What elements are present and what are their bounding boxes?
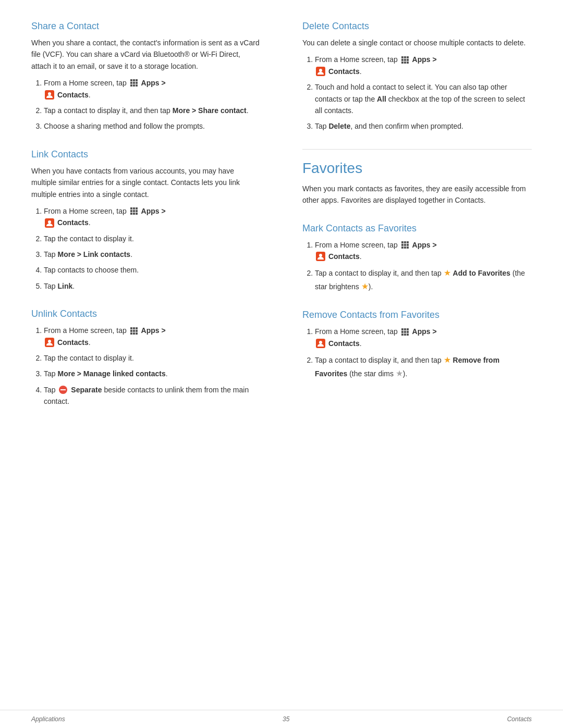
star-filled-icon-2: ★: [361, 282, 369, 291]
apps-icon: [401, 56, 409, 64]
apps-label: Apps >: [141, 207, 166, 215]
svg-rect-29: [133, 332, 135, 335]
delete-contacts-body: You can delete a single contact or choos…: [302, 37, 532, 48]
contacts-icon-5: [316, 252, 325, 261]
svg-rect-8: [136, 84, 138, 87]
svg-rect-26: [133, 330, 135, 332]
svg-rect-11: [130, 207, 132, 209]
svg-rect-25: [130, 330, 132, 332]
footer-left: Applications: [31, 715, 65, 723]
apps-icon: [130, 207, 138, 215]
svg-rect-16: [136, 210, 138, 212]
svg-point-32: [48, 340, 51, 343]
remove-from-favorites-label: Remove from Favorites: [315, 356, 499, 378]
list-item: Tap the contact to display it.: [44, 233, 261, 244]
unlink-contacts-title: Unlink Contacts: [31, 309, 261, 319]
svg-rect-48: [404, 244, 406, 246]
svg-rect-2: [136, 79, 138, 81]
svg-rect-24: [136, 327, 138, 329]
svg-rect-47: [401, 244, 403, 246]
section-favorites: Favorites When you mark contacts as favo…: [302, 149, 532, 206]
apps-icon: [130, 327, 138, 335]
svg-rect-56: [404, 328, 406, 330]
favorites-title: Favorites: [302, 160, 532, 177]
footer-center: 35: [283, 715, 289, 723]
svg-rect-18: [133, 213, 135, 215]
list-item: Tap More > Manage linked contacts.: [44, 368, 261, 379]
link-contacts-title: Link Contacts: [31, 149, 261, 160]
section-delete-contacts: Delete Contacts You can delete a single …: [302, 21, 532, 132]
svg-point-10: [48, 92, 51, 95]
list-item: Tap a contact to display it, and then ta…: [44, 105, 261, 116]
star-filled-icon-1: ★: [444, 268, 451, 277]
svg-rect-19: [136, 213, 138, 215]
remove-favorites-title: Remove Contacts from Favorites: [302, 310, 532, 320]
favorites-divider: [302, 149, 532, 150]
svg-rect-0: [130, 79, 132, 81]
link-contacts-body: When you have contacts from various acco…: [31, 165, 261, 200]
contacts-label-2: Contacts: [57, 218, 89, 227]
svg-rect-63: [407, 334, 409, 336]
apps-icon: [130, 79, 138, 87]
section-mark-favorites: Mark Contacts as Favorites From a Home s…: [302, 223, 532, 293]
svg-rect-52: [407, 246, 409, 249]
list-item: Tap the contact to display it.: [44, 352, 261, 364]
list-item: Tap Delete, and then confirm when prompt…: [315, 120, 532, 132]
mark-favorites-title: Mark Contacts as Favorites: [302, 223, 532, 234]
delete-contacts-title: Delete Contacts: [302, 21, 532, 32]
mark-favorites-steps: From a Home screen, tap: [315, 239, 532, 293]
more-link-label: More > Link contacts: [57, 250, 130, 258]
left-column: Share a Contact When you share a contact…: [31, 21, 271, 678]
svg-point-43: [319, 69, 322, 72]
svg-rect-30: [136, 332, 138, 335]
svg-rect-51: [404, 246, 406, 249]
svg-rect-38: [407, 59, 409, 61]
svg-rect-39: [401, 61, 403, 64]
svg-rect-1: [133, 79, 135, 81]
svg-rect-61: [401, 334, 403, 336]
svg-rect-17: [130, 213, 132, 215]
svg-rect-58: [401, 331, 403, 333]
svg-rect-7: [133, 84, 135, 87]
all-label: All: [377, 95, 386, 103]
svg-rect-49: [407, 244, 409, 246]
svg-rect-62: [404, 334, 406, 336]
section-remove-favorites: Remove Contacts from Favorites From a Ho…: [302, 310, 532, 380]
svg-rect-40: [404, 61, 406, 64]
section-link-contacts: Link Contacts When you have contacts fro…: [31, 149, 261, 292]
list-item: From a Home screen, tap: [315, 54, 532, 77]
contacts-label-5: Contacts: [328, 252, 360, 261]
svg-rect-59: [404, 331, 406, 333]
list-item: Tap More > Link contacts.: [44, 249, 261, 260]
unlink-contacts-steps: From a Home screen, tap: [44, 325, 261, 407]
svg-rect-46: [407, 241, 409, 243]
svg-rect-34: [404, 56, 406, 58]
contacts-label-1: Contacts: [57, 91, 89, 99]
svg-rect-3: [130, 82, 132, 84]
footer: Applications 35 Contacts: [0, 710, 563, 728]
contacts-label-3: Contacts: [57, 338, 89, 347]
svg-rect-36: [401, 59, 403, 61]
contacts-icon-6: [316, 339, 325, 348]
list-item: From a Home screen, tap: [44, 325, 261, 348]
link-label: Link: [57, 282, 72, 290]
svg-rect-57: [407, 328, 409, 330]
apps-label: Apps >: [412, 55, 437, 64]
list-item: From a Home screen, tap: [44, 205, 261, 229]
more-share-label: More > Share contact: [173, 106, 247, 115]
add-to-favorites-label: Add to Favorites: [453, 269, 510, 277]
svg-point-21: [48, 220, 51, 224]
contacts-label-4: Contacts: [328, 67, 360, 76]
link-contacts-steps: From a Home screen, tap: [44, 205, 261, 292]
svg-rect-5: [136, 82, 138, 84]
share-contact-title: Share a Contact: [31, 21, 261, 32]
list-item: Choose a sharing method and follow the p…: [44, 120, 261, 132]
contacts-icon-4: [316, 67, 325, 76]
favorites-body: When you mark contacts as favorites, the…: [302, 183, 532, 206]
section-share-contact: Share a Contact When you share a contact…: [31, 21, 261, 132]
right-column: Delete Contacts You can delete a single …: [292, 21, 532, 678]
apps-label: Apps >: [141, 326, 166, 335]
page: Share a Contact When you share a contact…: [0, 0, 563, 728]
section-unlink-contacts: Unlink Contacts From a Home screen, tap: [31, 309, 261, 407]
svg-point-54: [319, 254, 322, 257]
